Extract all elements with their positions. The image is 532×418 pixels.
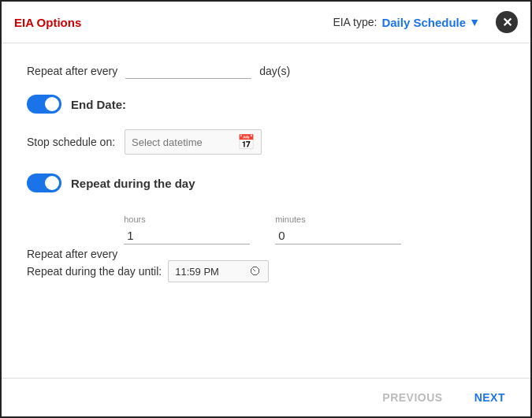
eia-type-value: Daily Schedule <box>381 16 466 29</box>
end-date-toggle-row: End Date: <box>27 95 505 114</box>
hours-input[interactable] <box>124 227 250 244</box>
datetime-input-wrapper: 📅 <box>125 129 262 155</box>
dialog-content: Repeat after every day(s) End Date: Stop… <box>2 43 530 378</box>
hours-label: hours <box>124 215 250 224</box>
stop-schedule-row: Stop schedule on: 📅 <box>27 129 505 155</box>
calendar-icon[interactable]: 📅 <box>237 133 255 151</box>
next-button[interactable]: NEXT <box>468 388 512 407</box>
repeat-during-day-toggle-row: Repeat during the day <box>27 174 505 192</box>
repeat-label: Repeat after every <box>27 65 117 77</box>
minutes-field: minutes <box>275 215 401 244</box>
toggle-slider <box>27 95 61 114</box>
close-button[interactable]: ✕ <box>496 11 518 33</box>
stop-schedule-label: Stop schedule on: <box>27 136 115 148</box>
end-date-label: End Date: <box>71 98 126 111</box>
repeat-every-row: Repeat after every hours minutes <box>27 208 505 260</box>
repeat-unit: day(s) <box>259 65 290 77</box>
eia-type-label: EIA type: <box>333 16 377 28</box>
repeat-value-input[interactable] <box>125 62 251 79</box>
minutes-label: minutes <box>275 215 401 224</box>
clock-icon[interactable]: ⏲ <box>249 264 262 278</box>
dialog-header: EIA Options EIA type: Daily Schedule ▼ ✕ <box>2 2 530 43</box>
until-label: Repeat during the day until: <box>27 265 162 278</box>
repeat-every-label: Repeat after every <box>27 248 117 260</box>
eia-options-title: EIA Options <box>14 16 81 29</box>
until-row: Repeat during the day until: ⏲ <box>27 260 505 282</box>
minutes-input[interactable] <box>275 227 401 244</box>
time-input-wrapper: ⏲ <box>168 260 269 282</box>
previous-button[interactable]: PREVIOUS <box>376 388 448 407</box>
hours-field: hours <box>124 215 250 244</box>
repeat-during-day-toggle[interactable] <box>27 174 61 192</box>
end-date-toggle[interactable] <box>27 95 61 114</box>
sub-fields: hours minutes <box>124 215 401 244</box>
toggle-slider-2 <box>27 174 61 192</box>
datetime-input[interactable] <box>132 136 234 148</box>
time-input[interactable] <box>175 266 246 278</box>
dropdown-arrow-icon[interactable]: ▼ <box>469 16 480 28</box>
repeat-during-day-label: Repeat during the day <box>71 177 195 190</box>
dialog: EIA Options EIA type: Daily Schedule ▼ ✕… <box>0 0 532 418</box>
dialog-footer: PREVIOUS NEXT <box>2 378 530 416</box>
repeat-daily-row: Repeat after every day(s) <box>27 62 505 79</box>
